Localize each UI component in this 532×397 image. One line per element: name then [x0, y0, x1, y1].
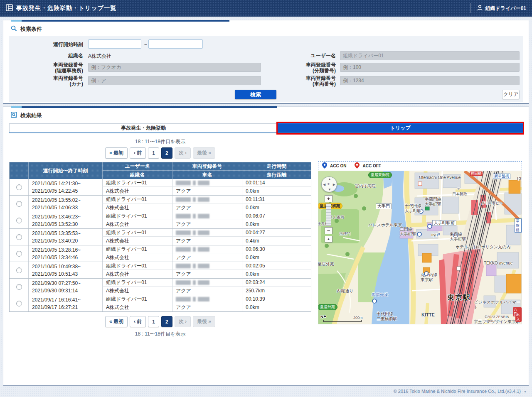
row-duration: 00:06:30 — [242, 245, 311, 253]
search-button[interactable]: 検索 — [235, 90, 276, 99]
plate-kana-label: 車両登録番号 (カナ) — [9, 75, 83, 87]
trip-table-header: 運行開始〜終了時刻 ユーザー名 車両登録番号 走行時間 組織名 車名 走行距離 — [10, 162, 311, 179]
search-tab-indicator — [11, 20, 229, 22]
pagination-first[interactable]: « 最初 — [105, 147, 128, 159]
table-row: 2021/10/05 14:21:30~ 2021/10/05 14:22:45… — [10, 179, 311, 195]
row-org: A株式会社 — [102, 303, 172, 311]
row-duration: 00:01:14 — [242, 179, 311, 187]
row-select-radio[interactable] — [10, 262, 28, 278]
tab-trip-label: トリップ — [390, 125, 411, 132]
copyright-text: © 2016 Tokio Marine & Nichido Fire Insur… — [394, 389, 521, 394]
org-value: A株式会社 — [88, 53, 111, 60]
row-select-radio[interactable] — [10, 295, 28, 311]
map-label: 東京駅 — [447, 294, 471, 302]
footer-caret-icon[interactable]: ▾ — [524, 389, 526, 394]
row-select-radio[interactable] — [10, 279, 28, 295]
row-distance: 0.0km — [242, 270, 311, 278]
row-duration: 00:02:05 — [242, 262, 311, 270]
acc-on-pin-icon — [322, 162, 327, 169]
results-tab-indicator — [11, 106, 277, 108]
row-distance: 0.0km — [242, 203, 311, 212]
row-car: アクア — [172, 303, 242, 311]
row-org: A株式会社 — [102, 237, 172, 245]
search-icon — [11, 25, 17, 33]
map-label: iiyo!! — [431, 233, 440, 238]
row-user: 組織ドライバー01 — [102, 245, 172, 253]
zoom-in-button[interactable]: + — [325, 195, 332, 202]
row-car: アクア — [172, 187, 242, 195]
clear-button[interactable]: クリア — [502, 90, 520, 99]
user-menu[interactable]: 組織ドライバー01 — [470, 3, 526, 13]
pagination-page-2[interactable]: 2 — [161, 316, 172, 327]
table-row: 2021/10/05 13:55:02~ 2021/10/05 14:06:33… — [10, 195, 311, 212]
pagination-page-2[interactable]: 2 — [161, 147, 172, 159]
row-org: A株式会社 — [102, 287, 172, 295]
header-period: 運行開始〜終了時刻 — [28, 162, 102, 179]
row-user: 組織ドライバー01 — [102, 196, 172, 203]
map-label: 千代田線 大手町駅 — [405, 203, 421, 213]
row-select-radio[interactable] — [10, 212, 28, 228]
row-period: 2021/09/17 16:16:41~ 2021/09/17 16:27:21 — [28, 295, 102, 311]
start-time-from-input[interactable] — [88, 39, 141, 49]
radio-circle-icon — [16, 234, 22, 240]
header-duration: 走行時間 — [242, 162, 311, 171]
row-plate-redacted — [172, 262, 242, 270]
pagination-page-1[interactable]: 1 — [148, 147, 159, 159]
header-select — [10, 162, 28, 179]
row-org: A株式会社 — [102, 220, 172, 228]
pagination-first[interactable]: « 最初 — [105, 316, 128, 327]
pagination-prev[interactable]: ‹ 前 — [130, 147, 146, 159]
row-distance: 0.4km — [242, 237, 311, 245]
pagination-prev[interactable]: ‹ 前 — [130, 316, 146, 327]
map-label: 東西線 大手町駅 — [450, 232, 466, 242]
row-distance: 0.0km — [242, 187, 311, 195]
table-row: 2021/09/17 16:16:41~ 2021/09/17 16:27:21… — [10, 295, 311, 311]
result-count-top: 18 : 11〜18件目を表示 — [9, 138, 311, 144]
tab-accident-danger[interactable]: 事故発生・危険挙動 — [9, 123, 278, 132]
row-select-radio[interactable] — [10, 245, 28, 262]
map-scale-bar — [323, 320, 362, 322]
row-user: 組織ドライバー01 — [102, 279, 172, 287]
radio-circle-icon — [16, 284, 22, 290]
map-label: 出入 — [515, 313, 522, 322]
row-duration: 00:11:31 — [242, 196, 311, 203]
page-title: 事故発生・危険挙動・トリップ一覧 — [16, 5, 116, 12]
row-distance: 0.0km — [242, 253, 311, 262]
plate-office-label: 車両登録番号 (陸運事務所) — [9, 62, 83, 74]
tab-trip[interactable]: トリップ — [278, 123, 523, 132]
user-label: ユーザー名 — [262, 53, 336, 59]
search-section-title: 検索条件 — [20, 25, 42, 33]
row-car: アクア — [172, 237, 242, 245]
map-label: CO — [517, 176, 522, 181]
overview-map-button[interactable]: ▲ — [325, 236, 332, 243]
map-label: ホテルメトロポリタン丸の内 — [456, 245, 511, 250]
start-time-label: 運行開始時刻 — [9, 42, 83, 47]
row-distance: 0.0km — [242, 220, 311, 228]
row-select-radio[interactable] — [10, 229, 28, 245]
row-period: 2021/10/05 13:46:23~ 2021/10/05 13:52:30 — [28, 212, 102, 228]
header-user: ユーザー名 — [102, 162, 172, 171]
map-label: TEKKO avenue — [484, 261, 512, 266]
trip-table: 運行開始〜終了時刻 ユーザー名 車両登録番号 走行時間 組織名 車名 走行距離 … — [9, 162, 311, 312]
row-duration: 00:06:07 — [242, 212, 311, 220]
row-select-radio[interactable] — [10, 196, 28, 212]
row-period: 2021/10/05 10:49:38~ 2021/10/05 10:51:43 — [28, 262, 102, 278]
row-car: アクア — [172, 253, 242, 262]
map-label: 大手町駅前 — [432, 220, 456, 226]
acc-off-pin-icon — [355, 162, 360, 169]
map-label: 半蔵門線 大手町駅 — [425, 197, 441, 207]
map-canvas[interactable]: ▲▼◀▶✛ + − ▲ N⚑ 200m 皇居東御苑宮内庁病院皇居東御苑大手門百人… — [318, 171, 522, 324]
zoom-slider[interactable] — [326, 203, 331, 226]
row-plate-redacted — [172, 295, 242, 303]
zoom-out-button[interactable]: − — [325, 227, 332, 234]
radio-circle-icon — [16, 184, 22, 190]
row-select-radio[interactable] — [10, 179, 28, 195]
row-user: 組織ドライバー01 — [102, 295, 172, 303]
map-label: 馬場先濠 — [372, 292, 388, 297]
map-label: 丸ノ内線 東京駅 — [421, 272, 437, 282]
search-panel: 検索条件 運行開始時刻 ~ 組織名 A株式会社 ユーザー名 車両登録番号 (陸運… — [3, 20, 529, 104]
map-pan-control[interactable]: ▲▼◀▶✛ — [321, 176, 337, 192]
results-table-body: 2021/10/05 14:21:30~ 2021/10/05 14:22:45… — [10, 179, 311, 311]
pagination-page-1[interactable]: 1 — [148, 316, 159, 327]
start-time-to-input[interactable] — [148, 39, 203, 49]
